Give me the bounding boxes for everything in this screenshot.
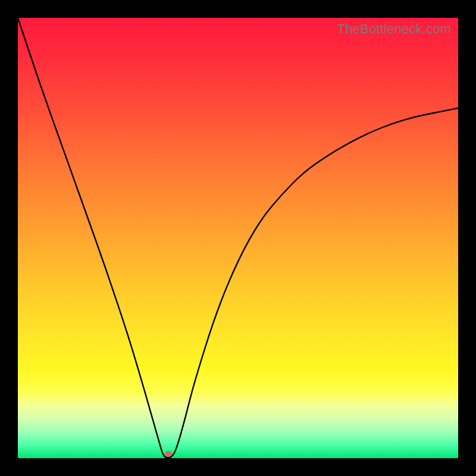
chart-frame: TheBottleneck.com (0, 0, 476, 476)
plot-area: TheBottleneck.com (18, 18, 458, 458)
optimal-point-marker (165, 451, 172, 457)
bottleneck-curve (18, 18, 458, 458)
